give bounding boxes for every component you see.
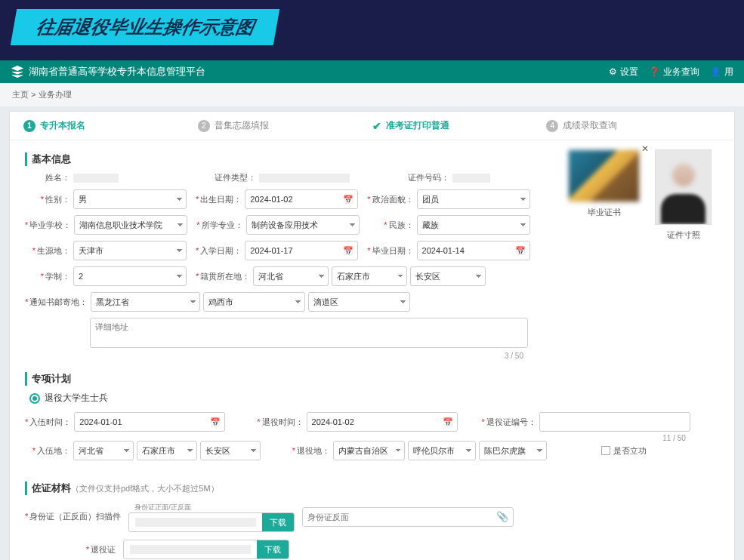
mail-city-select[interactable]: 鸡西市 — [203, 292, 305, 312]
id-upload-label: 身份证（正反面）扫描件 — [25, 511, 121, 522]
origin-select[interactable]: 天津市 — [73, 241, 187, 260]
step-1[interactable]: 1专升本报名 — [23, 119, 198, 132]
major-select[interactable]: 制药设备应用技术 — [246, 215, 360, 235]
id-back-input[interactable] — [303, 507, 492, 527]
step-2[interactable]: 2普集志愿填报 — [198, 119, 372, 132]
merit-label: 是否立功 — [613, 445, 647, 457]
polit-select[interactable]: 团员 — [417, 189, 530, 209]
gender-label: 性别： — [25, 194, 70, 205]
section-special-title: 专项计划 — [25, 372, 719, 386]
user-link[interactable]: 👤 用 — [710, 66, 733, 78]
enlist-province-select[interactable]: 河北省 — [73, 441, 134, 460]
page-banner: 往届退役毕业生操作示意图 — [11, 9, 279, 45]
idno-value — [452, 174, 490, 183]
system-select[interactable]: 2 — [73, 266, 187, 286]
logo-icon — [11, 65, 24, 78]
attach-icon: 📎 — [492, 511, 513, 522]
name-value — [73, 174, 119, 183]
help-icon: ❓ — [649, 66, 660, 77]
graduation-cert-photo[interactable] — [568, 149, 640, 202]
breadcrumb: 主页 > 业务办理 — [0, 83, 744, 106]
enroll-label: 入学日期： — [196, 245, 242, 257]
step-3[interactable]: ✔准考证打印普通 — [372, 119, 547, 132]
retire-no-label: 退役证编号： — [482, 417, 536, 428]
merit-checkbox[interactable]: 是否立功 — [601, 445, 647, 457]
step-4[interactable]: 4成绩录取查询 — [546, 119, 721, 132]
idtype-value — [259, 174, 350, 183]
retire-loc-label: 退役地： — [285, 445, 330, 457]
enlist-date-label: 入伍时间： — [25, 417, 71, 428]
settings-label: 设置 — [620, 66, 638, 78]
retire-file[interactable]: 下载 — [123, 540, 289, 559]
ethnic-select[interactable]: 藏族 — [417, 215, 530, 235]
steps: 1专升本报名 2普集志愿填报 ✔准考证打印普通 4成绩录取查询 — [10, 112, 734, 140]
retire-district-select[interactable]: 陈巴尔虎旗 — [479, 441, 547, 460]
remove-photo-icon[interactable]: ✕ — [641, 143, 649, 154]
enlist-city-select[interactable]: 石家庄市 — [137, 441, 197, 460]
check-icon: ✔ — [372, 120, 381, 132]
id-file-note: 身份证正面/正反面 — [128, 501, 295, 512]
breadcrumb-home[interactable]: 主页 — [12, 90, 29, 99]
query-link[interactable]: ❓ 业务查询 — [649, 66, 699, 78]
retire-no-counter: 11 / 50 — [662, 434, 686, 442]
soldier-radio[interactable]: 退役大学生士兵 — [29, 392, 719, 405]
user-label: 用 — [724, 66, 733, 78]
idno-label: 证件号码： — [404, 172, 449, 183]
name-label: 姓名： — [25, 172, 70, 183]
school-select[interactable]: 湖南信息职业技术学院 — [74, 215, 187, 235]
id-front-file[interactable]: 下载 — [128, 512, 295, 532]
idtype-label: 证件类型： — [211, 172, 256, 183]
id-back-file[interactable]: 📎 — [302, 507, 514, 527]
breadcrumb-current: 业务办理 — [39, 90, 72, 99]
id-photo[interactable] — [655, 149, 712, 225]
grad-input[interactable] — [417, 241, 530, 260]
native-province-select[interactable]: 河北省 — [253, 266, 329, 286]
query-label: 业务查询 — [663, 66, 699, 78]
photo-id-label: 证件寸照 — [655, 229, 712, 241]
app-title: 湖南省普通高等学校专升本信息管理平台 — [29, 65, 205, 78]
retire-no-input[interactable] — [539, 412, 690, 432]
photo-cert-label: 毕业证书 — [568, 207, 640, 218]
enlist-district-select[interactable]: 长安区 — [200, 441, 261, 460]
download-button[interactable]: 下载 — [262, 512, 294, 532]
retire-city-select[interactable]: 呼伦贝尔市 — [408, 441, 476, 460]
topbar: 湖南省普通高等学校专升本信息管理平台 ⚙ 设置 ❓ 业务查询 👤 用 — [0, 60, 744, 83]
grad-label: 毕业日期： — [367, 245, 413, 257]
native-label: 籍贯所在地： — [196, 271, 250, 282]
section-materials-title: 佐证材料（文件仅支持pdf格式，大小不超过5M） — [25, 482, 719, 495]
settings-link[interactable]: ⚙ 设置 — [609, 66, 638, 78]
retire-province-select[interactable]: 内蒙古自治区 — [333, 441, 405, 460]
enroll-input[interactable] — [245, 241, 358, 260]
origin-label: 生源地： — [25, 245, 70, 257]
mail-district-select[interactable]: 滴道区 — [308, 292, 410, 312]
user-icon: 👤 — [710, 66, 721, 77]
download-button[interactable]: 下载 — [257, 540, 289, 559]
native-city-select[interactable]: 石家庄市 — [332, 266, 407, 286]
address-counter: 3 / 50 — [505, 352, 523, 360]
school-label: 毕业学校： — [25, 220, 71, 231]
retire-date-input[interactable] — [307, 412, 458, 432]
enlist-loc-label: 入伍地： — [25, 445, 70, 457]
major-label: 所学专业： — [196, 220, 242, 231]
retire-date-label: 退役时间： — [257, 417, 303, 428]
retire-upload-label: 退役证 — [25, 544, 116, 555]
polit-label: 政治面貌： — [367, 194, 413, 205]
enlist-date-input[interactable] — [74, 412, 225, 432]
mail-province-select[interactable]: 黑龙江省 — [91, 292, 200, 312]
birth-label: 出生日期： — [196, 194, 242, 205]
birth-input[interactable] — [245, 189, 358, 209]
radio-label: 退役大学生士兵 — [45, 392, 108, 405]
system-label: 学制： — [25, 271, 70, 282]
native-district-select[interactable]: 长安区 — [410, 266, 486, 286]
mail-label: 通知书邮寄地： — [25, 297, 88, 308]
address-textarea[interactable] — [90, 318, 528, 348]
gender-select[interactable]: 男 — [73, 189, 187, 209]
gear-icon: ⚙ — [609, 66, 617, 77]
ethnic-label: 民族： — [369, 220, 414, 231]
